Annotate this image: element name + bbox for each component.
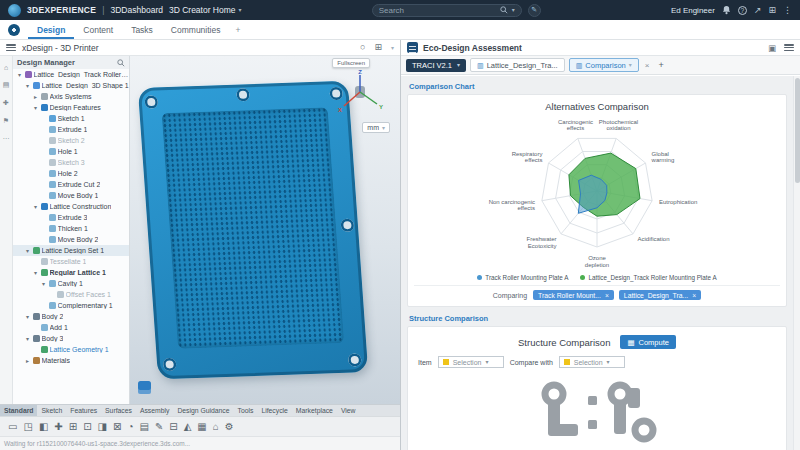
panel-chevron-icon[interactable]: ▾ <box>391 45 394 51</box>
tree-item[interactable]: Hole 2 <box>13 168 129 179</box>
method-selector[interactable]: TRACI V2.1 ▾ <box>406 59 466 72</box>
tab-design[interactable]: Design <box>28 20 74 39</box>
3ds-compass-logo[interactable] <box>8 4 21 17</box>
toolbar-icon[interactable]: ⚙ <box>225 421 234 432</box>
toolbar-icon[interactable]: ◳ <box>23 421 32 432</box>
tree-item[interactable]: ▾Lattice_Design_Track Roller Mount... <box>13 69 129 80</box>
tree-item[interactable]: ▸Materials <box>13 355 129 366</box>
comparing-chip[interactable]: Track Roller Mount...× <box>533 290 614 300</box>
toolbar-icon[interactable]: ⊞ <box>69 421 77 432</box>
search-input[interactable] <box>379 6 496 15</box>
expander-icon[interactable]: ▾ <box>32 203 39 210</box>
tree-item[interactable]: ▾Design Features <box>13 102 129 113</box>
action-strip-icon[interactable]: ⋯ <box>3 135 10 143</box>
units-selector[interactable]: mm ▾ <box>362 122 390 133</box>
tree-item[interactable]: Complementary 1 <box>13 300 129 311</box>
tree-item[interactable]: Extrude Cut 2 <box>13 179 129 190</box>
tree-item[interactable]: Sketch 1 <box>13 113 129 124</box>
tree-item[interactable]: ▾Lattice_Design_3D Shape 1 <box>13 80 129 91</box>
share-icon[interactable]: ↗ <box>754 6 762 15</box>
toolbar-icon[interactable]: ◭ <box>184 421 192 432</box>
expander-icon[interactable]: ▾ <box>32 269 39 276</box>
action-strip-icon[interactable]: ⚑ <box>3 117 9 125</box>
legend-item[interactable]: Track Roller Mounting Plate A <box>477 274 568 281</box>
chip-remove-icon[interactable]: × <box>605 292 609 299</box>
panel-menu-icon[interactable] <box>784 44 794 51</box>
dashboard-label[interactable]: 3DDashboard <box>110 5 162 15</box>
ribbon-tab[interactable]: Design Guidance <box>173 405 233 416</box>
close-tab-icon[interactable]: × <box>643 61 652 70</box>
tree-item[interactable]: Thicken 1 <box>13 223 129 234</box>
comparing-chip[interactable]: Lattice_Design_Tra...× <box>619 290 701 300</box>
action-strip-icon[interactable]: ▤ <box>3 81 10 89</box>
tree-item[interactable]: ▾Lattice Design Set 1 <box>13 245 129 256</box>
add-analysis-tab-button[interactable]: + <box>655 60 666 70</box>
dashboard-switcher[interactable]: 3D Creator Home ▾ <box>169 5 242 15</box>
document-tab[interactable]: ▥ Lattice_Design_Tra... <box>470 58 565 72</box>
ribbon-tab[interactable]: Surfaces <box>101 405 136 416</box>
tree-item[interactable]: ▾Body 3 <box>13 333 129 344</box>
ribbon-tab[interactable]: Assembly <box>136 405 173 416</box>
ribbon-tab[interactable]: Tools <box>234 405 258 416</box>
tab-content[interactable]: Content <box>74 20 122 39</box>
app-menu-icon[interactable] <box>6 44 16 51</box>
action-strip-icon[interactable]: ⌂ <box>4 64 8 71</box>
notifications-bell-icon[interactable] <box>722 5 731 15</box>
3d-viewport[interactable]: Fullscreen Z X Y mm ▾ <box>130 56 400 404</box>
orientation-triad[interactable]: Z X Y <box>332 68 388 120</box>
tree-item[interactable]: Sketch 2 <box>13 135 129 146</box>
action-strip-icon[interactable]: ✚ <box>3 99 9 107</box>
tree-item[interactable]: ▸Axis Systems <box>13 91 129 102</box>
scrollbar-thumb[interactable] <box>795 78 800 183</box>
annotate-button[interactable]: ✎ <box>528 4 541 17</box>
toolbar-icon[interactable]: ⊡ <box>83 421 91 432</box>
help-icon[interactable]: ? <box>738 6 747 15</box>
tab-tasks[interactable]: Tasks <box>122 20 162 39</box>
expander-icon[interactable]: ▾ <box>16 71 23 78</box>
compute-button[interactable]: ▦ Compute <box>620 335 676 349</box>
global-search[interactable]: ▾ <box>372 4 522 17</box>
tree-item[interactable]: Add 1 <box>13 322 129 333</box>
comparison-tab[interactable]: ▥ Comparison ▾ <box>569 58 639 72</box>
search-icon[interactable] <box>500 6 508 14</box>
ribbon-tab[interactable]: Standard <box>0 405 37 416</box>
expander-icon[interactable]: ▾ <box>24 335 31 342</box>
toolbar-icon[interactable]: ▤ <box>139 421 148 432</box>
tree-item[interactable]: ▾Body 2 <box>13 311 129 322</box>
expander-icon[interactable]: ▸ <box>32 93 39 100</box>
toolbar-icon[interactable]: ✚ <box>54 421 62 432</box>
tree-item[interactable]: Move Body 2 <box>13 234 129 245</box>
compass-icon[interactable] <box>8 24 20 36</box>
ribbon-tab[interactable]: Features <box>66 405 101 416</box>
tree-item[interactable]: Hole 1 <box>13 146 129 157</box>
add-tab-button[interactable]: + <box>229 20 246 39</box>
toolbar-icon[interactable]: ◨ <box>98 421 107 432</box>
search-options-chevron-icon[interactable]: ▾ <box>512 7 515 13</box>
tree-item[interactable]: Offset Faces 1 <box>13 289 129 300</box>
tree-item[interactable]: Move Body 1 <box>13 190 129 201</box>
expander-icon[interactable]: ▾ <box>24 247 31 254</box>
toolbar-icon[interactable]: ✎ <box>155 421 163 432</box>
tree-item[interactable]: ▾Cavity 1 <box>13 278 129 289</box>
tree-item[interactable]: Sketch 3 <box>13 157 129 168</box>
legend-item[interactable]: Lattice_Design_Track Roller Mounting Pla… <box>580 274 716 281</box>
user-name[interactable]: Ed Engineer <box>671 6 715 15</box>
ribbon-tab[interactable]: View <box>337 405 360 416</box>
toolbar-icon[interactable]: ▦ <box>197 421 206 432</box>
fullscreen-icon[interactable]: ⊞ <box>374 43 382 52</box>
item-select[interactable]: Selection ▾ <box>438 356 504 368</box>
more-options-icon[interactable]: ⋮ <box>783 6 792 15</box>
tree-item[interactable]: ▾Lattice Construction <box>13 201 129 212</box>
tab-communities[interactable]: Communities <box>162 20 230 39</box>
compare-with-select[interactable]: Selection ▾ <box>559 356 625 368</box>
expander-icon[interactable]: ▾ <box>40 280 47 287</box>
tree-item[interactable]: ▾Regular Lattice 1 <box>13 267 129 278</box>
apps-grid-icon[interactable]: ⊞ <box>768 6 776 15</box>
tree-item[interactable]: Lattice Geometry 1 <box>13 344 129 355</box>
toolbar-icon[interactable]: ▭ <box>8 421 17 432</box>
toolbar-icon[interactable]: ◔ <box>127 421 133 432</box>
toolbar-icon[interactable]: ⊠ <box>113 421 121 432</box>
expander-icon[interactable]: ▾ <box>24 313 31 320</box>
expander-icon[interactable]: ▾ <box>24 82 31 89</box>
right-scrollbar[interactable] <box>793 76 800 450</box>
